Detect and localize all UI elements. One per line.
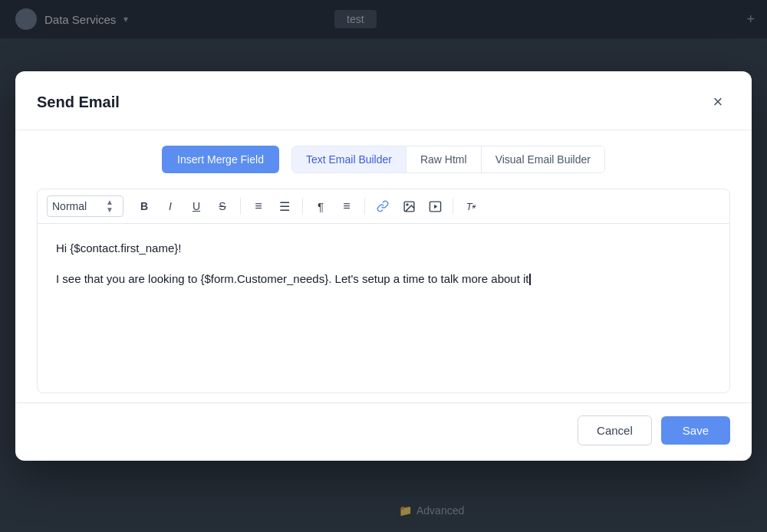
tab-raw-html[interactable]: Raw Html [407, 146, 482, 172]
image-button[interactable] [397, 195, 420, 217]
tab-text-email-builder[interactable]: Text Email Builder [292, 146, 407, 172]
svg-marker-3 [434, 204, 437, 209]
modal-header: Send Email × [15, 71, 752, 130]
tab-group: Text Email Builder Raw Html Visual Email… [291, 146, 605, 173]
send-email-modal: Send Email × Insert Merge Field Text Ema… [15, 71, 752, 461]
strikethrough-button[interactable]: S [211, 195, 234, 217]
svg-point-1 [406, 203, 407, 205]
unordered-list-button[interactable]: ☰ [273, 195, 296, 217]
insert-merge-field-button[interactable]: Insert Merge Field [162, 146, 279, 173]
bold-button[interactable]: B [133, 195, 156, 217]
ordered-list-button[interactable]: ≡ [247, 195, 270, 217]
divider-4 [453, 198, 453, 215]
modal-title: Send Email [37, 94, 120, 111]
editor-body[interactable]: Hi {$contact.first_name}! I see that you… [38, 224, 729, 392]
italic-button[interactable]: I [159, 195, 182, 217]
cancel-button[interactable]: Cancel [578, 415, 652, 445]
clear-format-button[interactable]: Tx [459, 195, 482, 217]
editor-line-2: I see that you are looking to {$form.Cus… [56, 270, 711, 288]
editor-line-1: Hi {$contact.first_name}! [56, 239, 711, 258]
text-cursor [529, 274, 531, 285]
align-button[interactable]: ≡ [335, 195, 358, 217]
format-select-wrapper[interactable]: Normal Heading 1 Heading 2 ▲ ▼ [47, 195, 123, 217]
close-button[interactable]: × [706, 90, 730, 114]
indent-button[interactable]: ¶ [309, 195, 332, 217]
divider-2 [302, 198, 303, 215]
link-button[interactable] [371, 195, 394, 217]
select-arrows-icon: ▲ ▼ [106, 199, 114, 214]
format-select[interactable]: Normal Heading 1 Heading 2 [52, 200, 104, 212]
editor-container: Normal Heading 1 Heading 2 ▲ ▼ B I U S ≡… [37, 189, 730, 393]
modal-footer: Cancel Save [15, 402, 752, 461]
video-button[interactable] [423, 195, 446, 217]
toolbar: Normal Heading 1 Heading 2 ▲ ▼ B I U S ≡… [38, 189, 729, 224]
divider-1 [240, 198, 241, 215]
tabs-row: Insert Merge Field Text Email Builder Ra… [15, 130, 752, 179]
modal-overlay: Send Email × Insert Merge Field Text Ema… [0, 0, 767, 532]
tab-visual-email-builder[interactable]: Visual Email Builder [482, 146, 604, 172]
underline-button[interactable]: U [185, 195, 208, 217]
save-button[interactable]: Save [661, 416, 730, 445]
divider-3 [364, 198, 365, 215]
